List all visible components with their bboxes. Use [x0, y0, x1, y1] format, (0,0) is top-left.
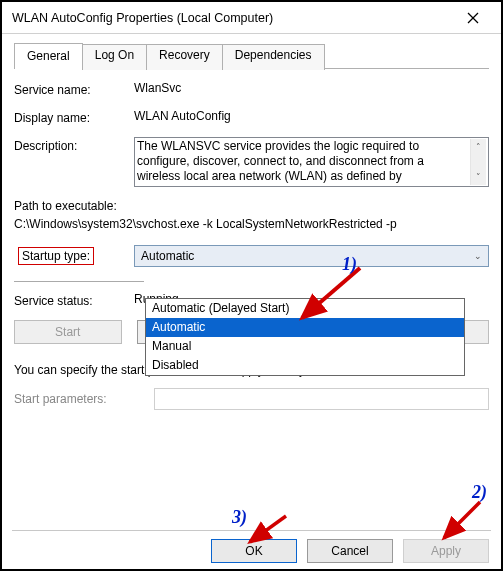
annotation-label-2: 2)	[472, 482, 487, 503]
startup-type-combobox[interactable]: Automatic ⌄	[134, 245, 489, 267]
description-box: The WLANSVC service provides the logic r…	[134, 137, 489, 187]
startup-option-disabled[interactable]: Disabled	[146, 356, 464, 375]
tab-strip: General Log On Recovery Dependencies	[14, 42, 489, 69]
row-service-name: Service name: WlanSvc	[14, 81, 489, 97]
description-scrollbar[interactable]: ˄ ˅	[470, 139, 486, 185]
tab-dependencies[interactable]: Dependencies	[222, 44, 325, 70]
startup-option-manual[interactable]: Manual	[146, 337, 464, 356]
scroll-down-icon[interactable]: ˅	[471, 169, 486, 185]
label-start-params: Start parameters:	[14, 392, 154, 406]
value-service-name: WlanSvc	[134, 81, 489, 95]
divider	[14, 281, 144, 282]
row-description: Description: The WLANSVC service provide…	[14, 137, 489, 187]
startup-type-highlight: Startup type:	[18, 247, 94, 265]
annotation-label-3: 3)	[232, 507, 247, 528]
startup-type-dropdown[interactable]: Automatic (Delayed Start) Automatic Manu…	[145, 298, 465, 376]
close-button[interactable]	[453, 4, 493, 32]
label-service-name: Service name:	[14, 81, 134, 97]
ok-button[interactable]: OK	[211, 539, 297, 563]
tab-recovery[interactable]: Recovery	[146, 44, 223, 70]
startup-option-delayed[interactable]: Automatic (Delayed Start)	[146, 299, 464, 318]
close-icon	[467, 12, 479, 24]
row-start-params: Start parameters:	[14, 388, 489, 410]
label-display-name: Display name:	[14, 109, 134, 125]
svg-line-5	[444, 502, 480, 538]
dialog-separator	[12, 530, 491, 531]
startup-option-automatic[interactable]: Automatic	[146, 318, 464, 337]
dialog-buttons: OK Cancel Apply	[211, 539, 489, 563]
chevron-down-icon: ⌄	[474, 251, 482, 261]
titlebar: WLAN AutoConfig Properties (Local Comput…	[2, 2, 501, 34]
window-title: WLAN AutoConfig Properties (Local Comput…	[12, 11, 453, 25]
description-text: The WLANSVC service provides the logic r…	[137, 139, 470, 185]
start-params-input[interactable]	[154, 388, 489, 410]
tab-general[interactable]: General	[14, 43, 83, 69]
label-path: Path to executable:	[14, 199, 489, 213]
value-path: C:\Windows\system32\svchost.exe -k Local…	[14, 217, 489, 231]
scroll-up-icon[interactable]: ˄	[471, 139, 486, 155]
row-display-name: Display name: WLAN AutoConfig	[14, 109, 489, 125]
tab-logon[interactable]: Log On	[82, 44, 147, 70]
row-startup-type: Startup type: Automatic ⌄	[14, 245, 489, 267]
label-startup-type: Startup type:	[14, 245, 134, 267]
label-service-status: Service status:	[14, 292, 134, 308]
apply-button[interactable]: Apply	[403, 539, 489, 563]
label-description: Description:	[14, 137, 134, 153]
cancel-button[interactable]: Cancel	[307, 539, 393, 563]
value-display-name: WLAN AutoConfig	[134, 109, 489, 123]
start-button[interactable]: Start	[14, 320, 122, 344]
startup-type-selected: Automatic	[141, 249, 194, 263]
